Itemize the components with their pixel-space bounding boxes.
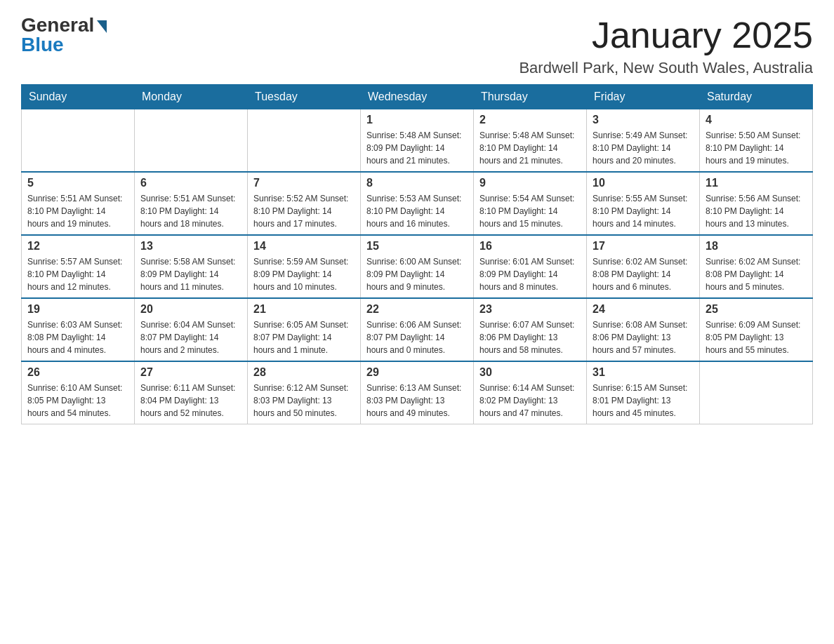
day-number: 2 [479, 114, 581, 126]
calendar-cell: 21Sunrise: 6:05 AM Sunset: 8:07 PM Dayli… [248, 298, 361, 361]
month-title: January 2025 [519, 14, 813, 56]
calendar-cell: 22Sunrise: 6:06 AM Sunset: 8:07 PM Dayli… [361, 298, 474, 361]
day-info: Sunrise: 6:13 AM Sunset: 8:03 PM Dayligh… [366, 382, 468, 420]
column-header-thursday: Thursday [474, 85, 587, 109]
day-info: Sunrise: 6:01 AM Sunset: 8:09 PM Dayligh… [479, 255, 581, 293]
day-number: 10 [593, 177, 694, 189]
calendar-cell: 5Sunrise: 5:51 AM Sunset: 8:10 PM Daylig… [22, 172, 135, 235]
day-info: Sunrise: 6:07 AM Sunset: 8:06 PM Dayligh… [479, 318, 581, 356]
column-header-friday: Friday [587, 85, 700, 109]
day-info: Sunrise: 5:51 AM Sunset: 8:10 PM Dayligh… [140, 192, 241, 230]
day-info: Sunrise: 6:02 AM Sunset: 8:08 PM Dayligh… [593, 255, 694, 293]
calendar-cell [22, 109, 135, 173]
calendar-cell [135, 109, 248, 173]
calendar-cell: 12Sunrise: 5:57 AM Sunset: 8:10 PM Dayli… [22, 235, 135, 298]
calendar-cell: 27Sunrise: 6:11 AM Sunset: 8:04 PM Dayli… [135, 361, 248, 424]
day-info: Sunrise: 6:02 AM Sunset: 8:08 PM Dayligh… [706, 255, 807, 293]
column-header-tuesday: Tuesday [248, 85, 361, 109]
day-number: 26 [27, 366, 128, 379]
column-header-wednesday: Wednesday [361, 85, 474, 109]
day-number: 31 [593, 366, 694, 379]
day-number: 14 [253, 240, 355, 253]
day-info: Sunrise: 6:04 AM Sunset: 8:07 PM Dayligh… [140, 318, 241, 356]
calendar-cell: 13Sunrise: 5:58 AM Sunset: 8:09 PM Dayli… [135, 235, 248, 298]
day-number: 19 [27, 303, 128, 316]
calendar-cell: 30Sunrise: 6:14 AM Sunset: 8:02 PM Dayli… [474, 361, 587, 424]
day-number: 4 [706, 114, 807, 126]
column-header-saturday: Saturday [700, 85, 813, 109]
day-info: Sunrise: 5:48 AM Sunset: 8:10 PM Dayligh… [479, 129, 581, 167]
day-info: Sunrise: 5:51 AM Sunset: 8:10 PM Dayligh… [27, 192, 128, 230]
day-info: Sunrise: 5:56 AM Sunset: 8:10 PM Dayligh… [706, 192, 807, 230]
calendar-cell: 25Sunrise: 6:09 AM Sunset: 8:05 PM Dayli… [700, 298, 813, 361]
day-info: Sunrise: 5:55 AM Sunset: 8:10 PM Dayligh… [593, 192, 694, 230]
day-number: 22 [366, 303, 468, 316]
day-number: 21 [253, 303, 355, 316]
day-number: 3 [593, 114, 694, 126]
day-number: 8 [366, 177, 468, 189]
day-number: 1 [366, 114, 468, 126]
calendar-cell: 18Sunrise: 6:02 AM Sunset: 8:08 PM Dayli… [700, 235, 813, 298]
day-number: 25 [706, 303, 807, 316]
calendar-cell: 17Sunrise: 6:02 AM Sunset: 8:08 PM Dayli… [587, 235, 700, 298]
header: General Blue January 2025 Bardwell Park,… [21, 14, 813, 77]
calendar-cell [700, 361, 813, 424]
logo-blue-text: Blue [21, 34, 64, 56]
day-info: Sunrise: 5:53 AM Sunset: 8:10 PM Dayligh… [366, 192, 468, 230]
day-info: Sunrise: 5:58 AM Sunset: 8:09 PM Dayligh… [140, 255, 241, 293]
calendar-cell: 2Sunrise: 5:48 AM Sunset: 8:10 PM Daylig… [474, 109, 587, 173]
calendar-cell: 6Sunrise: 5:51 AM Sunset: 8:10 PM Daylig… [135, 172, 248, 235]
calendar-cell [248, 109, 361, 173]
logo-arrow-icon [97, 20, 107, 33]
week-row-1: 1Sunrise: 5:48 AM Sunset: 8:09 PM Daylig… [22, 109, 813, 173]
calendar-cell: 20Sunrise: 6:04 AM Sunset: 8:07 PM Dayli… [135, 298, 248, 361]
day-number: 17 [593, 240, 694, 253]
day-number: 15 [366, 240, 468, 253]
column-header-monday: Monday [135, 85, 248, 109]
day-info: Sunrise: 6:10 AM Sunset: 8:05 PM Dayligh… [27, 382, 128, 420]
calendar-cell: 1Sunrise: 5:48 AM Sunset: 8:09 PM Daylig… [361, 109, 474, 173]
calendar-cell: 26Sunrise: 6:10 AM Sunset: 8:05 PM Dayli… [22, 361, 135, 424]
day-number: 23 [479, 303, 581, 316]
day-number: 12 [27, 240, 128, 253]
calendar-cell: 15Sunrise: 6:00 AM Sunset: 8:09 PM Dayli… [361, 235, 474, 298]
day-number: 18 [706, 240, 807, 253]
day-info: Sunrise: 6:00 AM Sunset: 8:09 PM Dayligh… [366, 255, 468, 293]
day-number: 30 [479, 366, 581, 379]
calendar-cell: 7Sunrise: 5:52 AM Sunset: 8:10 PM Daylig… [248, 172, 361, 235]
day-number: 6 [140, 177, 241, 189]
header-row: SundayMondayTuesdayWednesdayThursdayFrid… [22, 85, 813, 109]
calendar-cell: 3Sunrise: 5:49 AM Sunset: 8:10 PM Daylig… [587, 109, 700, 173]
calendar-cell: 14Sunrise: 5:59 AM Sunset: 8:09 PM Dayli… [248, 235, 361, 298]
day-info: Sunrise: 6:06 AM Sunset: 8:07 PM Dayligh… [366, 318, 468, 356]
week-row-4: 19Sunrise: 6:03 AM Sunset: 8:08 PM Dayli… [22, 298, 813, 361]
day-info: Sunrise: 6:15 AM Sunset: 8:01 PM Dayligh… [593, 382, 694, 420]
calendar-cell: 29Sunrise: 6:13 AM Sunset: 8:03 PM Dayli… [361, 361, 474, 424]
day-number: 13 [140, 240, 241, 253]
day-number: 20 [140, 303, 241, 316]
day-number: 28 [253, 366, 355, 379]
day-info: Sunrise: 5:57 AM Sunset: 8:10 PM Dayligh… [27, 255, 128, 293]
day-info: Sunrise: 6:05 AM Sunset: 8:07 PM Dayligh… [253, 318, 355, 356]
calendar-table: SundayMondayTuesdayWednesdayThursdayFrid… [21, 84, 813, 424]
calendar-cell: 4Sunrise: 5:50 AM Sunset: 8:10 PM Daylig… [700, 109, 813, 173]
calendar-cell: 16Sunrise: 6:01 AM Sunset: 8:09 PM Dayli… [474, 235, 587, 298]
day-number: 29 [366, 366, 468, 379]
day-info: Sunrise: 5:48 AM Sunset: 8:09 PM Dayligh… [366, 129, 468, 167]
calendar-cell: 10Sunrise: 5:55 AM Sunset: 8:10 PM Dayli… [587, 172, 700, 235]
day-info: Sunrise: 5:52 AM Sunset: 8:10 PM Dayligh… [253, 192, 355, 230]
day-number: 7 [253, 177, 355, 189]
logo: General Blue [21, 14, 107, 56]
calendar-cell: 8Sunrise: 5:53 AM Sunset: 8:10 PM Daylig… [361, 172, 474, 235]
day-info: Sunrise: 6:03 AM Sunset: 8:08 PM Dayligh… [27, 318, 128, 356]
calendar-cell: 31Sunrise: 6:15 AM Sunset: 8:01 PM Dayli… [587, 361, 700, 424]
day-info: Sunrise: 6:11 AM Sunset: 8:04 PM Dayligh… [140, 382, 241, 420]
day-info: Sunrise: 5:54 AM Sunset: 8:10 PM Dayligh… [479, 192, 581, 230]
calendar-cell: 9Sunrise: 5:54 AM Sunset: 8:10 PM Daylig… [474, 172, 587, 235]
day-info: Sunrise: 6:09 AM Sunset: 8:05 PM Dayligh… [706, 318, 807, 356]
day-info: Sunrise: 5:59 AM Sunset: 8:09 PM Dayligh… [253, 255, 355, 293]
day-number: 11 [706, 177, 807, 189]
day-number: 16 [479, 240, 581, 253]
calendar-cell: 23Sunrise: 6:07 AM Sunset: 8:06 PM Dayli… [474, 298, 587, 361]
day-info: Sunrise: 6:08 AM Sunset: 8:06 PM Dayligh… [593, 318, 694, 356]
